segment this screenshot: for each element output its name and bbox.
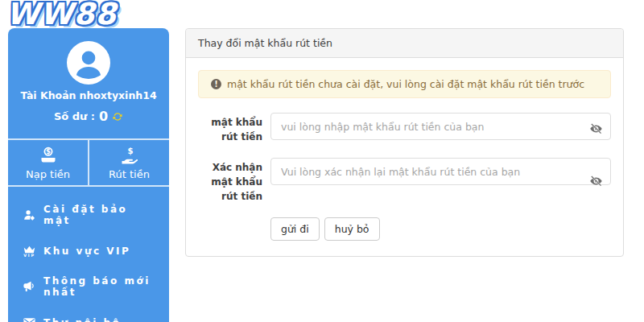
account-name: Tài Khoản nhoxtyxinh14 bbox=[8, 89, 169, 101]
menu-label: Khu vực VIP bbox=[43, 246, 130, 257]
sidebar-item-inbox[interactable]: Thư nội bộ bbox=[8, 307, 169, 322]
sidebar-menu: Cài đặt bảo mật VIP Khu vực VIP Thông bá… bbox=[8, 187, 169, 322]
withdrawal-password-row: mật khẩu rút tiền bbox=[198, 113, 611, 144]
change-withdrawal-password-panel: Thay đổi mật khẩu rút tiền ! mật khẩu rú… bbox=[185, 28, 624, 257]
menu-label: Thông báo mới nhất bbox=[43, 275, 155, 298]
balance-value: 0 bbox=[99, 109, 108, 124]
vip-crown-icon: VIP bbox=[23, 244, 36, 258]
exclamation-circle-icon: ! bbox=[211, 79, 221, 89]
deposit-icon: $ bbox=[39, 146, 58, 165]
account-summary: Tài Khoản nhoxtyxinh14 Số dư : 0 bbox=[8, 28, 169, 138]
user-settings-icon bbox=[23, 208, 36, 222]
confirm-password-input[interactable] bbox=[270, 158, 611, 185]
withdraw-label: Rút tiền bbox=[109, 168, 150, 180]
withdraw-icon: $ bbox=[120, 146, 139, 165]
confirm-password-label: Xác nhận mật khẩu rút tiền bbox=[198, 158, 262, 204]
svg-text:$: $ bbox=[127, 146, 133, 155]
confirm-password-row: Xác nhận mật khẩu rút tiền bbox=[198, 158, 611, 204]
svg-text:VIP: VIP bbox=[23, 253, 35, 258]
panel-title: Thay đổi mật khẩu rút tiền bbox=[186, 29, 623, 58]
submit-button[interactable]: gửi đi bbox=[270, 217, 320, 241]
svg-text:$: $ bbox=[46, 147, 51, 155]
sidebar-item-announcements[interactable]: Thông báo mới nhất bbox=[8, 266, 169, 307]
withdrawal-password-input[interactable] bbox=[270, 113, 611, 140]
account-label: Tài Khoản bbox=[20, 89, 76, 101]
form-buttons: gửi đi huỷ bỏ bbox=[270, 217, 611, 244]
panel-body: ! mật khẩu rút tiền chưa cài đặt, vui lò… bbox=[186, 58, 623, 256]
envelope-icon bbox=[23, 316, 36, 322]
megaphone-icon bbox=[23, 280, 36, 294]
sidebar: Tài Khoản nhoxtyxinh14 Số dư : 0 $ bbox=[8, 28, 169, 322]
account-username: nhoxtyxinh14 bbox=[79, 89, 156, 101]
balance: Số dư : 0 bbox=[8, 109, 169, 124]
balance-label: Số dư : bbox=[54, 110, 95, 122]
menu-label: Thư nội bộ bbox=[43, 317, 121, 322]
cancel-button[interactable]: huỷ bỏ bbox=[324, 217, 380, 241]
menu-label: Cài đặt bảo mật bbox=[43, 204, 155, 226]
warning-alert: ! mật khẩu rút tiền chưa cài đặt, vui lò… bbox=[198, 70, 611, 98]
brand-logo[interactable]: WW88 bbox=[6, 0, 117, 31]
deposit-label: Nạp tiền bbox=[26, 168, 70, 180]
user-avatar-icon bbox=[67, 41, 110, 85]
withdraw-button[interactable]: $ Rút tiền bbox=[88, 140, 169, 185]
wallet-actions: $ Nạp tiền $ Rút tiền bbox=[8, 138, 169, 187]
deposit-button[interactable]: $ Nạp tiền bbox=[8, 140, 88, 185]
eye-slash-icon[interactable] bbox=[589, 122, 603, 135]
refresh-icon[interactable] bbox=[112, 111, 123, 122]
sidebar-item-vip-zone[interactable]: VIP Khu vực VIP bbox=[8, 235, 169, 266]
eye-slash-icon[interactable] bbox=[589, 174, 603, 188]
withdrawal-password-label: mật khẩu rút tiền bbox=[198, 113, 262, 144]
alert-text: mật khẩu rút tiền chưa cài đặt, vui lòng… bbox=[227, 78, 584, 90]
sidebar-item-security-settings[interactable]: Cài đặt bảo mật bbox=[8, 195, 169, 235]
